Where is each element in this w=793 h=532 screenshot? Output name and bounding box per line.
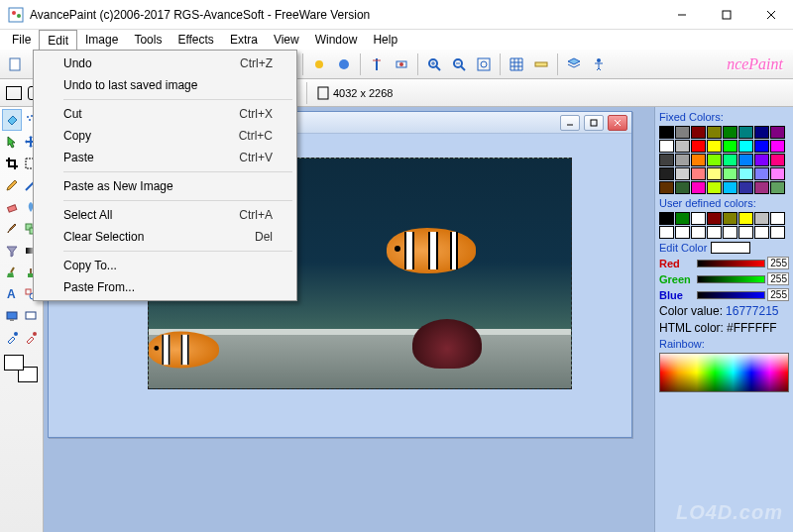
tool-screen[interactable]	[2, 305, 22, 327]
color-swatch[interactable]	[691, 226, 706, 239]
color-swatch[interactable]	[723, 167, 737, 180]
menu-item[interactable]: Select AllCtrl+A	[36, 204, 294, 226]
menu-item[interactable]: PasteCtrl+V	[36, 147, 294, 168]
color-swatch[interactable]	[723, 226, 737, 239]
color-swatch[interactable]	[707, 212, 722, 225]
color-swatch[interactable]	[659, 212, 674, 225]
color-swatch[interactable]	[691, 154, 706, 166]
color-swatch[interactable]	[691, 212, 706, 225]
minimize-button[interactable]	[659, 0, 704, 29]
color-swatch[interactable]	[691, 126, 706, 139]
color-swatch[interactable]	[723, 126, 737, 139]
color-swatch[interactable]	[738, 181, 753, 194]
color-swatch[interactable]	[659, 140, 674, 153]
tool-eraser[interactable]	[2, 196, 22, 218]
color-swatch[interactable]	[707, 226, 722, 239]
color-swatch[interactable]	[754, 226, 769, 239]
ruler-button[interactable]	[530, 53, 552, 75]
zoom-out-button[interactable]	[448, 53, 470, 75]
menu-window[interactable]: Window	[307, 30, 366, 50]
color-swatch[interactable]	[675, 212, 690, 225]
menu-item[interactable]: Copy To...	[36, 255, 294, 276]
blue-value[interactable]: 255	[767, 288, 789, 301]
color-swatch[interactable]	[754, 167, 769, 180]
menu-item[interactable]: Paste as New Image	[36, 175, 294, 197]
accessibility-button[interactable]	[588, 53, 610, 75]
new-button[interactable]	[4, 53, 26, 75]
tool-screen2[interactable]	[22, 305, 42, 327]
color-swatch[interactable]	[707, 126, 722, 139]
color-swatch[interactable]	[675, 181, 690, 194]
menu-item[interactable]: Paste From...	[36, 276, 294, 298]
color-swatch[interactable]	[675, 154, 690, 166]
menu-item[interactable]: Clear SelectionDel	[36, 226, 294, 248]
maximize-button[interactable]	[704, 0, 748, 29]
color-swatch[interactable]	[770, 140, 785, 153]
foreground-color[interactable]	[4, 355, 24, 371]
color-swatch[interactable]	[659, 126, 674, 139]
menu-item[interactable]: CutCtrl+X	[36, 103, 294, 125]
tool-text[interactable]: A	[2, 283, 22, 305]
color-swatch[interactable]	[691, 181, 706, 194]
menu-tools[interactable]: Tools	[126, 30, 170, 50]
color-swatch[interactable]	[691, 140, 706, 153]
color-swatch[interactable]	[754, 181, 769, 194]
grid-button[interactable]	[506, 53, 527, 75]
tool-a-button[interactable]	[366, 53, 388, 75]
tool-picker2[interactable]	[22, 327, 42, 349]
color-swatch[interactable]	[723, 212, 737, 225]
child-maximize[interactable]	[584, 115, 604, 131]
color-swatch[interactable]	[738, 140, 753, 153]
child-minimize[interactable]	[560, 115, 580, 131]
tool-b-button[interactable]	[391, 53, 412, 75]
color-swatch[interactable]	[659, 226, 674, 239]
color-swatch[interactable]	[675, 167, 690, 180]
child-close[interactable]	[608, 115, 627, 131]
color-swatch[interactable]	[754, 140, 769, 153]
color-swatch[interactable]	[738, 126, 753, 139]
color-swatch[interactable]	[754, 212, 769, 225]
color-swatches[interactable]	[2, 353, 40, 384]
color-swatch[interactable]	[738, 154, 753, 166]
menu-file[interactable]: File	[4, 30, 39, 50]
edit-color-swatch[interactable]	[711, 242, 750, 254]
color-swatch[interactable]	[738, 212, 753, 225]
color-swatch[interactable]	[723, 154, 737, 166]
color-swatch[interactable]	[738, 167, 753, 180]
color-swatch[interactable]	[770, 167, 785, 180]
color-swatch[interactable]	[770, 226, 785, 239]
tool-broom[interactable]	[2, 262, 22, 283]
color-swatch[interactable]	[723, 181, 737, 194]
menu-extra[interactable]: Extra	[222, 30, 266, 50]
menu-edit[interactable]: Edit	[39, 30, 77, 50]
zoom-fit-button[interactable]	[473, 53, 495, 75]
menu-item[interactable]: CopyCtrl+C	[36, 125, 294, 147]
tool-picker[interactable]	[2, 327, 22, 349]
effect-sun-button[interactable]	[308, 53, 330, 75]
red-value[interactable]: 255	[767, 257, 789, 269]
effect-sphere-button[interactable]	[333, 53, 355, 75]
color-swatch[interactable]	[770, 181, 785, 194]
color-swatch[interactable]	[691, 167, 706, 180]
color-swatch[interactable]	[754, 154, 769, 166]
color-swatch[interactable]	[770, 212, 785, 225]
close-button[interactable]	[748, 0, 793, 29]
tool-pencil[interactable]	[2, 174, 22, 196]
color-swatch[interactable]	[675, 126, 690, 139]
color-swatch[interactable]	[675, 140, 690, 153]
shape-outline-rect[interactable]	[6, 86, 22, 100]
menu-view[interactable]: View	[266, 30, 307, 50]
tool-filter[interactable]	[2, 240, 22, 262]
tool-crop[interactable]	[2, 153, 22, 174]
color-swatch[interactable]	[659, 181, 674, 194]
color-swatch[interactable]	[754, 126, 769, 139]
color-swatch[interactable]	[723, 140, 737, 153]
menu-item[interactable]: UndoCtrl+Z	[36, 53, 294, 74]
layers-button[interactable]	[563, 53, 585, 75]
color-swatch[interactable]	[659, 154, 674, 166]
color-swatch[interactable]	[675, 226, 690, 239]
menu-effects[interactable]: Effects	[170, 30, 221, 50]
green-value[interactable]: 255	[767, 272, 789, 285]
tool-bucket[interactable]	[2, 109, 22, 131]
rainbow-picker[interactable]	[659, 353, 789, 392]
